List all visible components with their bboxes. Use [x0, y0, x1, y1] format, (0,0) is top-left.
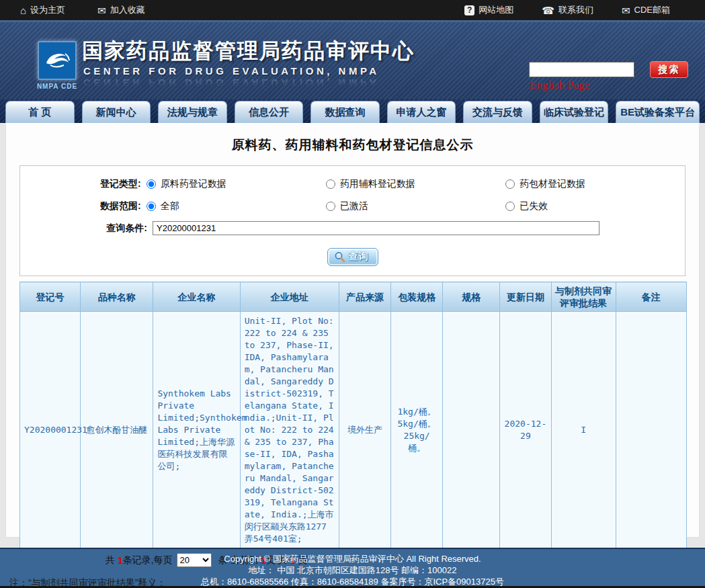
- nav-tab-applicant-window[interactable]: 申请人之窗: [387, 101, 456, 123]
- raw-material-radio[interactable]: [147, 179, 156, 189]
- scope-all-radio-label: 全部: [161, 200, 179, 212]
- scope-active-radio-label: 已激活: [340, 200, 368, 212]
- set-homepage-link[interactable]: ⌂ 设为主页: [20, 4, 65, 16]
- cell-package-spec: 1kg/桶。5kg/桶。25kg/桶。: [391, 312, 443, 549]
- results-table: 登记号 品种名称 企业名称 企业地址 产品来源 包装规格 规格 更新日期 与制剂…: [19, 282, 687, 549]
- nav-tab-home[interactable]: 首 页: [5, 101, 75, 123]
- site-header: NMPA CDE 国家药品监督管理局药品审评中心 CENTER FOR DRUG…: [0, 20, 705, 99]
- main-nav: 首 页 新闻中心 法规与规章 信息公开 数据查询 申请人之窗 交流与反馈 临床试…: [0, 99, 705, 123]
- query-form: 登记类型: 原料药登记数据 药用辅料登记数据 药包材登记数据 数据范围: 全部: [19, 165, 686, 276]
- pagination-text: 共: [106, 554, 118, 566]
- sitemap-label: 网站地图: [479, 4, 513, 16]
- set-homepage-label: 设为主页: [30, 4, 65, 16]
- site-subtitle-reflection: CENTER FOR DRUG EVALUATION, NMPA: [83, 77, 380, 89]
- nav-tab-feedback[interactable]: 交流与反馈: [463, 101, 532, 123]
- packaging-radio-label: 药包材登记数据: [520, 178, 585, 190]
- query-button[interactable]: 查询: [327, 248, 378, 266]
- query-condition-input[interactable]: [153, 221, 599, 235]
- excipient-radio[interactable]: [326, 179, 335, 189]
- nav-tab-news[interactable]: 新闻中心: [82, 101, 151, 123]
- cell-remark: [616, 312, 686, 549]
- packaging-radio[interactable]: [505, 179, 515, 189]
- radio-raw-material-data[interactable]: 原料药登记数据: [147, 178, 326, 190]
- mail-icon: ✉: [622, 5, 630, 15]
- cell-update-date: 2020-12-29: [500, 312, 551, 549]
- cde-logo-icon: [41, 44, 73, 77]
- nav-tab-regulations[interactable]: 法规与规章: [158, 101, 227, 123]
- scope-all-radio[interactable]: [147, 202, 156, 211]
- logo-caption: NMPA CDE: [34, 83, 81, 90]
- question-icon: ?: [464, 5, 474, 15]
- radio-scope-invalid[interactable]: 已失效: [505, 200, 685, 212]
- raw-material-radio-label: 原料药登记数据: [161, 178, 226, 190]
- col-header-product-source: 产品来源: [339, 282, 390, 312]
- top-utility-bar: ⌂ 设为主页 ✉ 加入收藏 ? 网站地图 ☎ 联系我们 ✉ CDE邮箱: [0, 0, 705, 20]
- pagination-text: 条记录,每页: [123, 554, 173, 566]
- radio-scope-active[interactable]: 已激活: [326, 200, 505, 212]
- cde-logo[interactable]: [38, 41, 77, 80]
- query-condition-label: 查询条件:: [20, 222, 153, 235]
- reg-type-row: 登记类型: 原料药登记数据 药用辅料登记数据 药包材登记数据: [20, 173, 685, 195]
- reg-type-label: 登记类型:: [20, 178, 147, 190]
- query-condition-row: 查询条件:: [20, 217, 685, 239]
- site-title: 国家药品监督管理局药品审评中心: [82, 37, 415, 65]
- add-favorite-label: 加入收藏: [110, 4, 145, 16]
- contact-us-link[interactable]: ☎ 联系我们: [542, 4, 593, 16]
- table-header-row: 登记号 品种名称 企业名称 企业地址 产品来源 包装规格 规格 更新日期 与制剂…: [20, 282, 687, 312]
- main-area: 原料药、药用辅料和药包材登记信息公示 登记类型: 原料药登记数据 药用辅料登记数…: [0, 123, 705, 548]
- magnifier-icon: [334, 251, 345, 263]
- col-header-update-date: 更新日期: [500, 282, 551, 312]
- scope-invalid-radio-label: 已失效: [520, 200, 548, 212]
- cell-spec: [443, 312, 500, 549]
- nav-tab-clinical-trial[interactable]: 临床试验登记: [540, 101, 609, 123]
- scope-invalid-radio[interactable]: [505, 202, 515, 211]
- radio-packaging-data[interactable]: 药包材登记数据: [505, 178, 685, 190]
- radio-scope-all[interactable]: 全部: [147, 200, 326, 212]
- data-scope-label: 数据范围:: [20, 200, 147, 212]
- cell-company-name: Synthokem Labs Private Limited;Synthokem…: [153, 312, 240, 549]
- home-icon: ⌂: [20, 5, 26, 15]
- site-search-button[interactable]: 搜索: [650, 61, 688, 78]
- col-header-package-spec: 包装规格: [391, 282, 443, 312]
- col-header-reg-no: 登记号: [20, 282, 81, 312]
- topbar-right-group: ? 网站地图 ☎ 联系我们 ✉ CDE邮箱: [464, 4, 670, 16]
- english-page-link[interactable]: English Page: [530, 79, 589, 92]
- cell-product-name: 愈创木酚甘油醚: [81, 312, 153, 549]
- total-records: 1: [118, 555, 123, 566]
- site-subtitle: CENTER FOR DRUG EVALUATION, NMPA: [83, 65, 380, 77]
- topbar-left-group: ⌂ 设为主页 ✉ 加入收藏: [20, 4, 145, 16]
- nav-tab-be-platform[interactable]: BE试验备案平台: [616, 101, 700, 123]
- add-favorite-link[interactable]: ✉ 加入收藏: [97, 4, 145, 16]
- cell-reg-no: Y20200001231: [20, 312, 81, 549]
- radio-excipient-data[interactable]: 药用辅料登记数据: [326, 178, 505, 190]
- footer-address: 地址： 中国 北京市朝阳区建国路128号 邮编：100022: [0, 564, 705, 576]
- col-header-product-name: 品种名称: [81, 282, 153, 312]
- col-header-company-address: 企业地址: [240, 282, 339, 312]
- nav-tab-info-disclosure[interactable]: 信息公开: [235, 101, 304, 123]
- col-header-spec: 规格: [443, 282, 500, 312]
- query-button-row: 查询: [20, 248, 685, 266]
- scope-active-radio[interactable]: [326, 202, 335, 211]
- page-title: 原料药、药用辅料和药包材登记信息公示: [6, 125, 699, 161]
- envelope-icon: ✉: [97, 5, 106, 15]
- phone-icon: ☎: [542, 5, 554, 15]
- cell-review-result: I: [551, 312, 616, 549]
- col-header-remark: 备注: [616, 282, 686, 312]
- content-wrapper: 原料药、药用辅料和药包材登记信息公示 登记类型: 原料药登记数据 药用辅料登记数…: [5, 123, 700, 538]
- cell-company-address: Unit-II, Plot No: 222 to 224 & 235 to 23…: [240, 312, 339, 549]
- query-button-label: 查询: [349, 251, 369, 263]
- page-size-select[interactable]: 20: [177, 553, 212, 567]
- col-header-review-result: 与制剂共同审评审批结果: [551, 282, 616, 312]
- data-scope-row: 数据范围: 全部 已激活 已失效: [20, 195, 685, 217]
- cde-mail-label: CDE邮箱: [634, 4, 670, 16]
- cell-product-source: 境外生产: [339, 312, 390, 549]
- cde-mail-link[interactable]: ✉ CDE邮箱: [622, 4, 670, 16]
- excipient-radio-label: 药用辅料登记数据: [340, 178, 415, 190]
- table-row: Y20200001231 愈创木酚甘油醚 Synthokem Labs Priv…: [20, 312, 687, 549]
- contact-us-label: 联系我们: [558, 4, 593, 16]
- col-header-company-name: 企业名称: [153, 282, 240, 312]
- nav-tab-data-query[interactable]: 数据查询: [310, 101, 380, 123]
- site-search-input[interactable]: [529, 62, 634, 77]
- sitemap-link[interactable]: ? 网站地图: [464, 4, 513, 16]
